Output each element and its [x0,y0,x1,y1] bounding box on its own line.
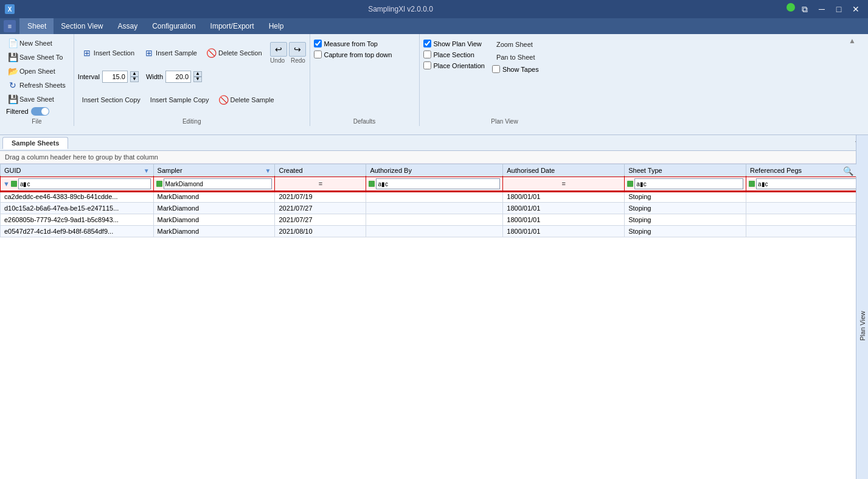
interval-input[interactable] [102,71,128,83]
cell-sampler: MarkDiamond [153,203,275,214]
cell-guid: d10c15a2-b6a6-47ea-be15-e247115... [1,203,154,214]
save-sheet-to-icon: 💾 [8,52,18,62]
refpegs-filter-input[interactable] [756,178,865,189]
measure-from-top-checkbox[interactable] [314,40,322,47]
place-section-label: Place Section [434,51,474,58]
place-orientation-checkbox[interactable] [423,61,431,69]
col-created: Created [275,164,366,177]
cell-authorisedDate: 1800/01/01 [503,191,625,203]
open-sheet-button[interactable]: 📂 Open Sheet [4,65,60,78]
interval-spinner[interactable]: ▲ ▼ [130,71,139,82]
cell-created: 2021/07/27 [275,214,366,226]
capture-from-top-label: Capture from top down [324,51,392,58]
save-sheet-to-button[interactable]: 💾 Save Sheet To [4,51,67,64]
open-sheet-icon: 📂 [8,66,18,76]
capture-from-top-checkbox[interactable] [314,51,322,58]
ribbon-collapse-button[interactable]: ▲ [849,37,856,45]
maximize-button[interactable]: □ [832,3,846,15]
new-sheet-button[interactable]: 📄 New Sheet [4,37,57,50]
cell-referencedPegs [746,214,868,226]
interval-down[interactable]: ▼ [130,77,139,82]
sheettype-filter-cell [625,177,746,191]
save-sheet-button[interactable]: 💾 Save Sheet [4,93,58,106]
cell-guid: ca2deddc-ee46-4383-89cb-641cdde... [1,191,154,203]
sampler-filter-icon[interactable]: ▼ [265,167,271,174]
col-authorised-date: Authorised Date [503,164,625,177]
pan-to-sheet-button[interactable]: Pan to Sheet [492,52,540,63]
menu-item-import-export[interactable]: Import/Export [203,18,262,34]
restore-button[interactable]: ⧉ [797,3,812,15]
table-row[interactable]: ca2deddc-ee46-4383-89cb-641cdde...MarkDi… [1,191,868,203]
delete-section-button[interactable]: 🚫 Delete Section [203,46,266,60]
delete-section-icon: 🚫 [207,48,217,58]
filtered-toggle[interactable] [31,107,49,116]
width-input[interactable] [165,71,191,83]
minimize-button[interactable]: ─ [814,3,829,15]
show-tapes-label: Show Tapes [502,66,539,73]
menu-item-configuration[interactable]: Configuration [145,18,203,34]
close-button[interactable]: ✕ [849,3,863,15]
plan-view-sidebar[interactable]: Plan View [856,135,868,479]
insert-sample-copy-button[interactable]: Insert Sample Copy [146,94,214,105]
width-spinner[interactable]: ▲ ▼ [193,71,202,82]
menu-item-help[interactable]: Help [262,18,291,34]
ribbon: 📄 New Sheet 💾 Save Sheet To 📂 Open Sheet… [0,34,868,135]
guid-filter-icon[interactable]: ▼ [144,167,150,174]
cell-referencedPegs [746,191,868,203]
width-down[interactable]: ▼ [193,77,202,82]
cell-authorisedDate: 1800/01/01 [503,214,625,226]
data-table: GUID ▼ Sampler ▼ Created [0,164,868,237]
insert-section-copy-button[interactable]: Insert Section Copy [78,94,145,105]
table-row[interactable]: e260805b-7779-42c9-9ad1-b5c8943...MarkDi… [1,214,868,226]
interval-label: Interval [78,73,100,80]
show-plan-view-checkbox[interactable] [423,40,431,47]
col-guid: GUID ▼ [1,164,154,177]
guid-filter-funnel[interactable]: ▼ [3,180,10,187]
show-plan-view-label: Show Plan View [434,40,482,47]
sheettype-filter-greenbox [627,181,633,187]
insert-section-button[interactable]: ⊞ Insert Section [78,46,139,60]
cell-guid: e0547d27-4c1d-4ef9-b48f-6854df9... [1,226,154,237]
ribbon-group-defaults: Measure from Top Capture from top down D… [310,34,420,126]
menu-item-section-view[interactable]: Section View [54,18,110,34]
delete-sample-button[interactable]: 🚫 Delete Sample [214,93,278,107]
title-bar: X SamplingXl v2.0.0.0 ⧉ ─ □ ✕ [0,0,868,18]
menu-item-assay[interactable]: Assay [111,18,145,34]
refpegs-filter-cell [746,177,868,191]
cell-authorizedBy [366,191,503,203]
undo-button[interactable]: ↩ [270,42,287,57]
col-sheet-type: Sheet Type [625,164,746,177]
table-row[interactable]: d10c15a2-b6a6-47ea-be15-e247115...MarkDi… [1,203,868,214]
sampler-filter-greenbox [156,181,162,187]
refresh-sheets-button[interactable]: ↻ Refresh Sheets [4,79,70,92]
sample-sheets-tab[interactable]: Sample Sheets [2,137,68,149]
table-search-icon[interactable]: 🔍 [843,166,853,176]
menu-item-sheet[interactable]: Sheet [20,18,54,34]
guid-filter-input[interactable] [18,178,151,189]
sheettype-filter-input[interactable] [634,178,743,189]
measure-from-top-label: Measure from Top [324,40,378,47]
guid-filter-cell: ▼ [1,177,154,191]
cell-referencedPegs [746,226,868,237]
insert-sample-button[interactable]: ⊞ Insert Sample [140,46,201,60]
window-controls: ⧉ ─ □ ✕ [786,3,863,15]
place-section-checkbox[interactable] [423,51,431,58]
menu-icon[interactable]: ≡ [4,20,16,32]
sampler-filter-input[interactable] [164,178,273,189]
status-dot [786,3,795,12]
ribbon-group-file: 📄 New Sheet 💾 Save Sheet To 📂 Open Sheet… [0,34,74,126]
authby-filter-input[interactable] [376,178,500,189]
redo-button[interactable]: ↪ [289,42,306,57]
guid-filter-greenbox [11,181,17,187]
content-area: Sample Sheets ▼ Drag a column header her… [0,135,868,479]
insert-sample-icon: ⊞ [144,48,154,58]
show-tapes-checkbox[interactable] [492,65,500,73]
insert-section-icon: ⊞ [82,48,92,58]
cell-authorizedBy [366,214,503,226]
authdate-filter-cell: = [503,177,625,191]
table-header-row: GUID ▼ Sampler ▼ Created [1,164,868,177]
cell-created: 2021/07/27 [275,203,366,214]
zoom-sheet-button[interactable]: Zoom Sheet [492,39,540,50]
table-row[interactable]: e0547d27-4c1d-4ef9-b48f-6854df9...MarkDi… [1,226,868,237]
cell-sampler: MarkDiamond [153,191,275,203]
